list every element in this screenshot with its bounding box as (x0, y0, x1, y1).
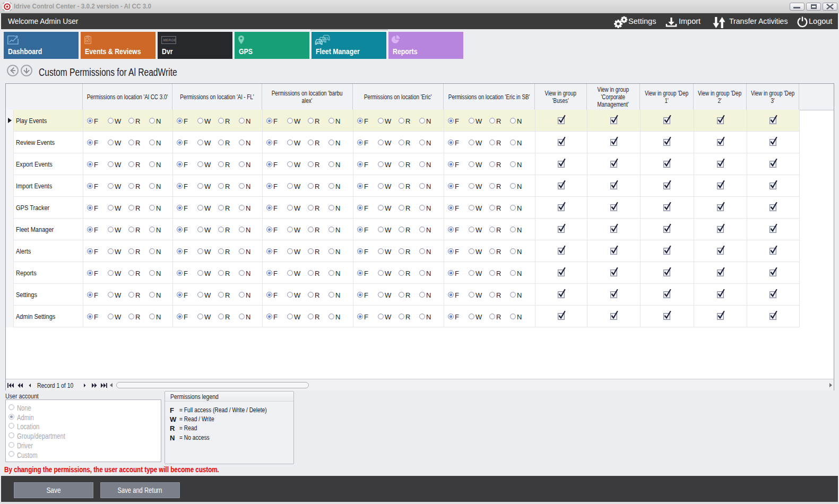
svg-text:MERGE: MERGE (163, 38, 176, 42)
